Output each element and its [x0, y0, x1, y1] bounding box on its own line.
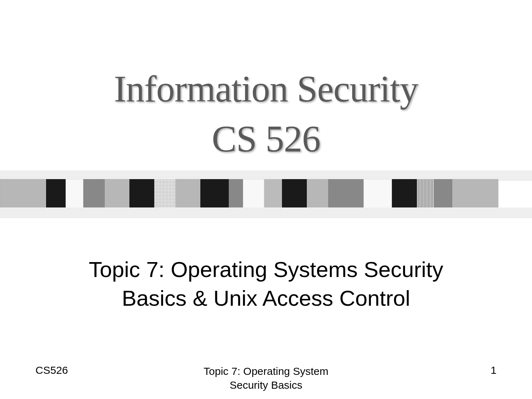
decor-block: [129, 179, 154, 209]
title-line-1: Information Security: [0, 67, 532, 110]
subtitle-line-2: Basics & Unix Access Control: [0, 284, 532, 313]
decor-block: [46, 179, 66, 209]
decor-block: [264, 179, 282, 209]
decor-block: [243, 179, 264, 209]
decor-block: [307, 179, 328, 209]
decor-block: [328, 179, 364, 209]
band-blocks: [0, 179, 532, 209]
subtitle-line-1: Topic 7: Operating Systems Security: [0, 255, 532, 284]
subtitle-block: Topic 7: Operating Systems Security Basi…: [0, 255, 532, 312]
decor-block: [282, 179, 307, 209]
band-texture-bottom: [0, 207, 532, 218]
decor-block: [83, 179, 105, 209]
footer: CS526 Topic 7: Operating System Security…: [0, 364, 532, 392]
decor-block: [229, 179, 243, 209]
decor-block: [200, 179, 229, 209]
decor-block: [105, 179, 129, 209]
footer-topic-line-2: Security Basics: [189, 378, 343, 392]
title-block: Information Security CS 526: [0, 0, 532, 160]
decor-block: [364, 179, 392, 209]
footer-page-number: 1: [343, 364, 497, 376]
decor-block: [417, 179, 434, 209]
footer-topic: Topic 7: Operating System Security Basic…: [189, 364, 343, 392]
footer-course-code: CS526: [35, 364, 189, 376]
slide: Information Security CS 526: [0, 0, 532, 399]
decor-block: [176, 179, 200, 209]
footer-topic-line-1: Topic 7: Operating System: [189, 364, 343, 378]
decor-block: [66, 179, 83, 209]
decor-block: [434, 179, 452, 209]
decor-block: [392, 179, 417, 209]
decor-block: [154, 179, 176, 209]
decor-block: [0, 179, 46, 209]
decorative-band: [0, 170, 532, 218]
title-line-2: CS 526: [0, 117, 532, 160]
decor-block: [452, 179, 498, 209]
